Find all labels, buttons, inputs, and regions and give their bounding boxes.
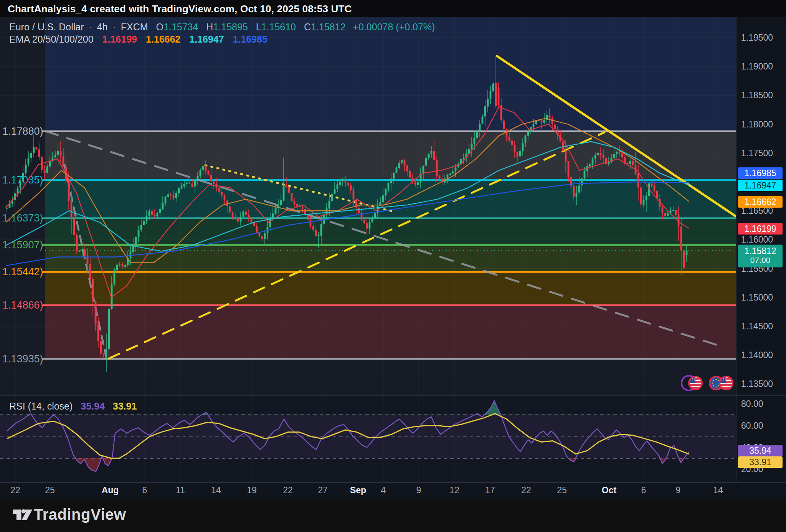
candle-body [237,218,239,222]
ema-title[interactable]: EMA 20/50/100/200 [9,34,94,45]
candle-body [245,211,247,215]
time-label-22: 22 [10,485,20,496]
time-label-25: 25 [557,485,567,496]
sr-level-label: 1.17880) [2,126,43,137]
candle-body [514,145,516,152]
candle-body [283,185,285,201]
snapshot-header: ChartAnalysis_4 created with TradingView… [0,0,786,17]
candle-body [589,164,591,166]
candle-body [509,137,510,140]
candle-body [286,185,287,187]
candle-body [46,167,48,173]
time-label-14: 14 [211,485,221,496]
candle-body [543,120,545,123]
candle-body [654,185,656,191]
candle-body [205,166,207,171]
candle-body [154,215,156,216]
candle-body [159,209,161,213]
rsi-tick-label: 80.00 [741,399,763,409]
eurusd-flag-pair-2 [710,377,733,390]
candle-body [597,153,599,155]
price-tick-label: 1.15000 [741,292,773,302]
candle-body [108,309,110,349]
candle-body [213,182,215,185]
candle-body [81,249,83,251]
candle-body [124,265,126,267]
time-label-14: 14 [713,485,723,496]
symbol-row[interactable]: Euro / U.S. Dollar · 4h · FXCM O1.15734 … [9,21,435,33]
time-axis[interactable]: 2225Aug61114192227Sep4912172225Oct6914 [0,482,786,499]
price-badge-35.94: 35.94 [738,445,783,456]
time-label-9: 9 [416,485,421,496]
price-badge-1.16199: 1.16199 [738,223,783,235]
interval-label[interactable]: 4h [97,21,108,32]
candle-body [525,135,527,143]
candle-body [63,156,64,167]
candle-body [44,170,46,173]
candle-body [68,181,70,201]
price-tick-label: 1.14000 [741,350,773,360]
candle-body [157,213,159,216]
candle-body [484,106,486,116]
candle-body [568,161,570,177]
candle-body [342,180,344,182]
candle-body [578,185,580,192]
candle-body [409,171,411,178]
candle-body [49,161,51,167]
candle-body [200,170,201,176]
tradingview-brand-text[interactable]: TradingView [34,506,126,523]
candle-body [425,158,427,165]
price-pane[interactable]: 1.17880)1.17035)1.16373)1.15907)1.15442)… [0,17,736,395]
candle-body [224,195,226,200]
candle-body [30,153,32,158]
candle-body [36,147,38,149]
candle-body [296,204,298,207]
candle-body [369,222,371,228]
candle-body [498,88,500,105]
time-label-11: 11 [176,485,185,496]
ohlc-legend: Euro / U.S. Dollar · 4h · FXCM O1.15734 … [9,21,435,45]
tradingview-logo-icon[interactable] [12,505,34,523]
candle-body [248,215,250,217]
candle-body [186,183,188,184]
candle-body [396,168,398,173]
candle-body [517,152,518,157]
candle-body [329,201,330,208]
candle-body [616,152,618,154]
ema-row[interactable]: EMA 20/50/100/200 1.16199 1.16662 1.1694… [9,33,435,45]
candle-body [686,251,688,255]
candle-body [455,168,457,172]
candle-body [259,233,261,236]
close-value: 1.15812 [311,21,345,32]
price-tick-label: 1.14500 [741,321,773,332]
candle-body [646,196,647,200]
candle-body [393,173,395,178]
candle-body [208,171,210,175]
rsi-title[interactable]: RSI (14, close) [9,401,73,411]
sr-level-label: 1.16373) [2,212,43,224]
candle-body [76,235,78,251]
candle-body [138,230,140,237]
candle-body [310,220,312,226]
candle-body [151,211,153,215]
candle-body [140,225,142,230]
candle-body [143,221,145,225]
candle-body [20,181,21,188]
candle-body [130,251,132,258]
candle-body [552,118,553,124]
candle-body [680,226,682,251]
rsi-legend[interactable]: RSI (14, close) 35.94 33.91 [9,401,137,412]
rsi-ma-value: 33.91 [107,401,137,411]
price-axis[interactable]: 1.195001.190001.185001.180001.175001.165… [736,17,786,482]
symbol-title[interactable]: Euro / U.S. Dollar [9,21,84,32]
candle-body [22,173,24,182]
price-badge-33.91: 33.91 [738,456,783,468]
candle-body [594,155,596,159]
candle-body [167,194,169,197]
candle-body [256,226,258,233]
candle-body [632,161,634,165]
candle-body [431,151,433,154]
sr-level-label: 1.14866) [2,299,43,311]
candle-body [581,178,583,185]
pane-divider[interactable] [0,395,786,396]
